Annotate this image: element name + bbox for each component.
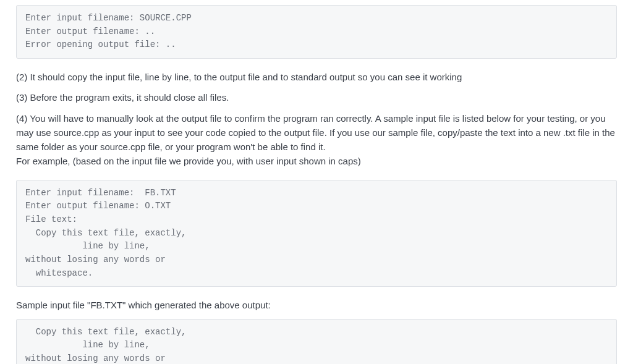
paragraph-step-4a: (4) You will have to manually look at th…	[16, 111, 617, 154]
paragraph-step-2: (2) It should copy the input file, line …	[16, 70, 617, 84]
code-block-sample-input: Copy this text file, exactly, line by li…	[16, 319, 617, 364]
paragraph-sample-label: Sample input file "FB.TXT" which generat…	[16, 298, 617, 312]
code-block-run-example: Enter input filename: FB.TXT Enter outpu…	[16, 180, 617, 287]
paragraph-step-3: (3) Before the program exits, it should …	[16, 90, 617, 104]
paragraph-step-4b: For example, (based on the input file we…	[16, 154, 617, 168]
code-block-error-example: Enter input filename: SOURCE.CPP Enter o…	[16, 5, 617, 59]
